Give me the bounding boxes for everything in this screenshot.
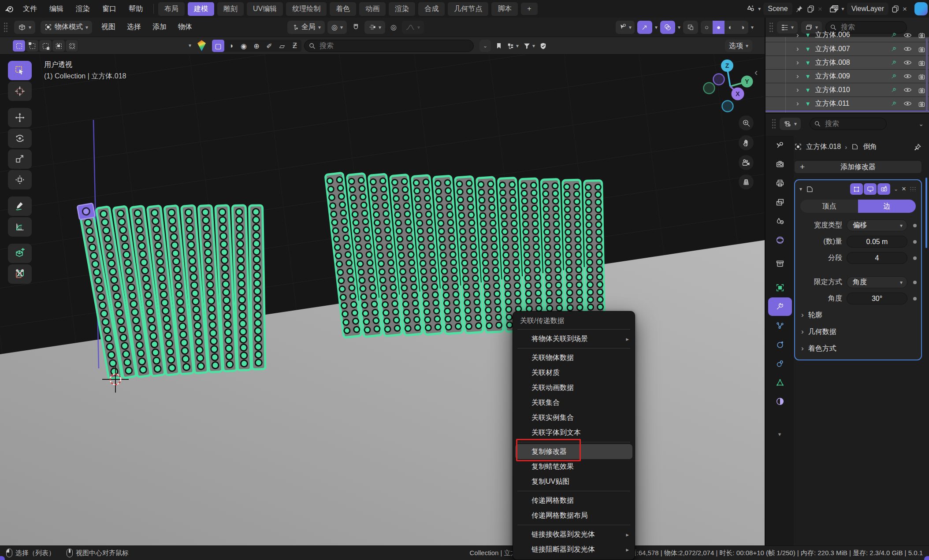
menu-item-5[interactable]: 关联实例集合	[513, 410, 635, 425]
scene-canvas[interactable]	[0, 55, 765, 545]
gizmos-dropdown-chevron[interactable]: ▾	[655, 25, 658, 30]
tool-strip-icon-0[interactable]: ▢	[212, 40, 224, 52]
properties-tab-object-data[interactable]	[768, 373, 792, 392]
section-0[interactable]: ›轮廓	[795, 307, 921, 323]
tool-search-input[interactable]	[304, 40, 474, 52]
hide-viewport-eye-icon[interactable]	[903, 100, 912, 107]
tool-strip-icon-3[interactable]: ⊕	[250, 40, 263, 52]
select-mode-invert[interactable]	[52, 40, 65, 52]
viewport-menu-1[interactable]: 选择	[121, 18, 147, 37]
shading-solid-button[interactable]: ●	[713, 21, 725, 34]
properties-tab-constraints[interactable]	[768, 354, 792, 373]
tool-transform[interactable]	[8, 170, 32, 189]
header-drag-handle[interactable]	[4, 22, 8, 33]
pan-hand-button[interactable]	[739, 135, 754, 150]
disable-render-camera-icon[interactable]	[918, 73, 925, 80]
tool-rotate[interactable]	[8, 129, 32, 148]
options-dropdown[interactable]: 选项 ▾	[725, 40, 752, 52]
overlays-dropdown-chevron[interactable]: ▾	[678, 25, 680, 30]
workspace-tab-2[interactable]: 雕刻	[217, 2, 244, 16]
breadcrumb-modifier[interactable]: 倒角	[863, 142, 877, 152]
tool-add-cube[interactable]	[8, 244, 32, 263]
gizmo-axis-neg-y[interactable]	[704, 83, 715, 94]
tool-strip-icon-5[interactable]: ▱	[276, 40, 288, 52]
properties-tab-object[interactable]	[768, 278, 792, 297]
affect-tab-1[interactable]: 边	[858, 200, 916, 213]
object-name[interactable]: 立方体.006	[815, 30, 850, 40]
tool-move[interactable]	[8, 108, 32, 127]
workspace-tab-9[interactable]: 几何节点	[448, 2, 488, 16]
menu-item-11[interactable]: 传递网格数据布局	[513, 508, 635, 523]
tool-annotate[interactable]	[8, 197, 32, 216]
outliner-row[interactable]: › ▼ 立方体.006	[765, 37, 929, 42]
tool-fallback-chevron[interactable]: ▾	[189, 43, 191, 48]
menu-item-8[interactable]: 复制蜡笔效果	[513, 459, 635, 474]
menu-item-0[interactable]: 将物体关联到场景▸	[513, 331, 635, 346]
expand-chevron[interactable]: ›	[796, 31, 799, 40]
workspace-tab-1[interactable]: 建模	[188, 2, 214, 16]
menu-1[interactable]: 编辑	[43, 0, 70, 18]
field-value-number[interactable]: 4	[847, 252, 907, 264]
editor-type-selector[interactable]: ▾	[14, 21, 35, 34]
select-mode-set[interactable]	[13, 40, 25, 52]
select-mode-extend[interactable]	[26, 40, 38, 52]
properties-tab-output[interactable]	[768, 174, 792, 193]
tool-strip-icon-6[interactable]: Ƶ	[289, 40, 301, 52]
camera-view-button[interactable]	[739, 155, 754, 170]
outliner-drag-handle[interactable]	[769, 22, 773, 33]
outliner-row[interactable]: › ▼ 立方体.009	[765, 70, 929, 83]
view-dropdown-chevron[interactable]: ⌄	[479, 40, 491, 52]
falloff-curve-selector[interactable]: ▾	[402, 21, 424, 34]
tool-cursor[interactable]	[8, 82, 32, 101]
select-mode-subtract[interactable]	[39, 40, 52, 52]
animate-dot[interactable]	[913, 224, 917, 227]
outliner-row[interactable]: › ▼ 立方体.011	[765, 97, 929, 111]
properties-tab-view-layer[interactable]	[768, 193, 792, 211]
shading-material-button[interactable]: ◐	[725, 21, 736, 34]
properties-tab-modifiers[interactable]	[768, 297, 792, 316]
expand-chevron[interactable]: ›	[796, 85, 799, 94]
properties-tab-scene[interactable]	[768, 212, 792, 230]
tool-strip-icon-1[interactable]: ◑	[225, 40, 237, 52]
properties-options-chevron[interactable]: ⌄	[918, 121, 924, 127]
properties-tab-material[interactable]	[768, 392, 792, 411]
menu-item-4[interactable]: 关联集合	[513, 395, 635, 410]
pin-icon[interactable]	[914, 143, 922, 151]
zoom-button[interactable]	[739, 115, 754, 130]
hide-viewport-eye-icon[interactable]	[903, 59, 912, 66]
animate-dot[interactable]	[913, 297, 917, 300]
section-1[interactable]: ›几何数据	[795, 323, 921, 340]
section-2[interactable]: ›着色方式	[795, 340, 921, 357]
properties-tab-particles[interactable]	[768, 316, 792, 335]
viewlayer-name-field[interactable]: ViewLayer	[847, 3, 888, 15]
workspace-tab-3[interactable]: UV编辑	[247, 2, 283, 16]
workspace-tab-4[interactable]: 纹理绘制	[286, 2, 327, 16]
shield-check-icon[interactable]	[539, 42, 547, 50]
outliner-row[interactable]: › ▼ 立方体.007	[765, 42, 929, 56]
modifier-realtime-toggle[interactable]	[864, 183, 877, 195]
workspace-tab-8[interactable]: 合成	[418, 2, 445, 16]
shading-rendered-button[interactable]: ◑	[736, 21, 748, 34]
properties-scrollbar[interactable]	[925, 178, 927, 248]
modifier-delete-button[interactable]: ×	[902, 185, 906, 193]
properties-drag-handle[interactable]	[772, 119, 776, 129]
mode-selector[interactable]: 物体模式 ▾	[41, 21, 92, 34]
menu-item-7[interactable]: 复制修改器	[515, 444, 632, 459]
tool-duplicate-scissors[interactable]	[8, 264, 32, 284]
workspace-tab-5[interactable]: 着色	[330, 2, 356, 16]
hide-viewport-eye-icon[interactable]	[903, 32, 912, 38]
properties-tab-physics[interactable]	[768, 335, 792, 354]
scene-name-field[interactable]: Scene	[763, 3, 792, 15]
shading-wireframe-button[interactable]: ○	[701, 21, 713, 34]
workspace-tab-6[interactable]: 动画	[359, 2, 386, 16]
snap-target-selector[interactable]: ▾	[364, 21, 385, 34]
tool-measure[interactable]	[8, 217, 32, 237]
outliner-row[interactable]: › ▼ 立方体.008	[765, 56, 929, 70]
workspace-tab-10[interactable]: 脚本	[491, 2, 518, 16]
outliner-scrollbar[interactable]	[926, 38, 928, 111]
properties-search-input[interactable]	[810, 118, 887, 130]
menu-item-1[interactable]: 关联物体数据	[513, 350, 635, 365]
proportional-editing-icon[interactable]: ◎	[388, 23, 399, 31]
expand-chevron[interactable]: ›	[796, 99, 799, 108]
add-modifier-button[interactable]: + 添加修改器	[794, 160, 922, 174]
